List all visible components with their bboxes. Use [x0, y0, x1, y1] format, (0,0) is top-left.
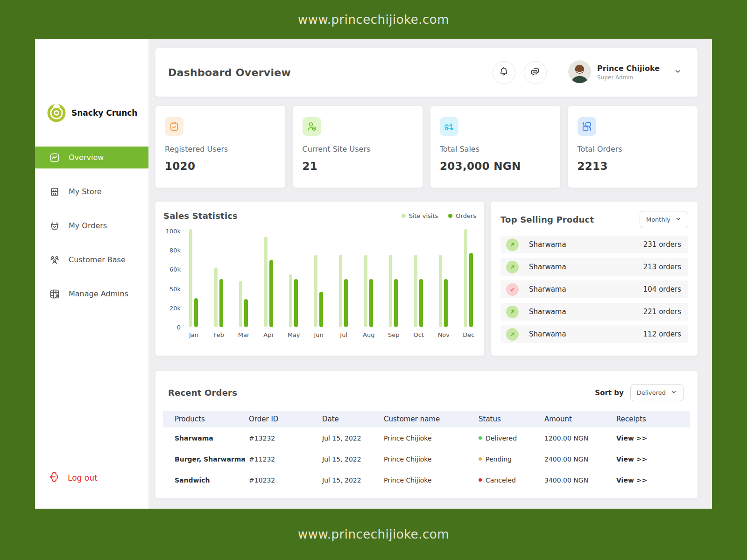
order-count: 104 orders: [643, 285, 681, 294]
orders-bar: [219, 279, 223, 327]
view-receipt-link[interactable]: View >>: [616, 455, 690, 463]
orders-legend-label: Orders: [456, 212, 476, 219]
order-boxes-icon: [578, 117, 596, 136]
view-receipt-link[interactable]: View >>: [616, 434, 690, 442]
stat-card-total-sales: Total Sales203,000 NGN: [430, 106, 560, 188]
sidebar-item-customer-base[interactable]: Customer Base: [35, 249, 148, 271]
sales-statistics-title: Sales Statistics: [163, 211, 238, 221]
cell-status: Delivered: [479, 434, 544, 442]
sort-select[interactable]: Delivered: [630, 384, 684, 401]
column-header-status: Status: [479, 415, 544, 423]
bar-group-dec: Dec: [464, 231, 473, 338]
cell-amount: 1200.00 NGN: [544, 434, 616, 442]
top-selling-item: Sharwama213 orders: [500, 258, 688, 276]
sidebar-item-label: Overview: [69, 153, 104, 162]
y-tick-label: 80k: [169, 247, 181, 254]
y-tick-label: 50k: [169, 285, 181, 292]
site-visits-bar: [414, 255, 417, 327]
orders-bar: [319, 292, 323, 327]
cell-date: Jul 15, 2022: [322, 476, 384, 484]
sidebar-item-my-orders[interactable]: My Orders: [35, 215, 148, 237]
sidebar-item-label: Manage Admins: [69, 289, 128, 298]
stat-label: Registered Users: [165, 145, 276, 154]
page-title: Dashboard Overview: [168, 67, 291, 78]
status-dot: [479, 436, 482, 440]
status-label: Canceled: [486, 476, 516, 484]
bar-group-feb: Feb: [214, 231, 224, 338]
site-visits-bar: [264, 237, 268, 327]
cell-date: Jul 15, 2022: [322, 434, 384, 442]
snacky-crunch-logo-icon: [45, 101, 68, 125]
status-dot: [479, 478, 482, 482]
period-select[interactable]: Monthly: [640, 211, 688, 228]
site-visits-bar: [439, 255, 442, 327]
y-tick-label: 20k: [169, 304, 181, 311]
x-tick-label: Jul: [336, 331, 352, 338]
view-receipt-link[interactable]: View >>: [616, 476, 690, 484]
sidebar-item-overview[interactable]: Overview: [35, 147, 148, 168]
sidebar-item-label: My Store: [69, 187, 102, 196]
product-name: Sharwama: [529, 240, 566, 249]
sidebar-item-manage-admins[interactable]: Manage Admins: [35, 283, 148, 305]
messages-button[interactable]: [524, 61, 547, 84]
trend-up-icon: [506, 261, 519, 273]
stat-value: 2213: [578, 160, 689, 172]
bar-group-apr: Apr: [264, 231, 274, 338]
logout-label: Log out: [68, 473, 98, 483]
logout-button[interactable]: Log out: [49, 471, 98, 484]
site-visits-bar: [189, 229, 192, 327]
user-name: Prince Chijioke: [597, 64, 660, 73]
status-label: Delivered: [486, 434, 517, 442]
orders-table-body: Sharwama#13232Jul 15, 2022Prince Chijiok…: [163, 427, 690, 490]
sidebar: Snacky Crunch OverviewMy StoreMy OrdersC…: [35, 39, 148, 509]
stat-value: 203,000 NGN: [440, 160, 551, 172]
order-count: 231 orders: [643, 240, 681, 249]
logout-icon: [49, 471, 60, 484]
cell-amount: 2400.00 NGN: [544, 455, 616, 463]
header-bar: Dashboard Overview: [155, 48, 698, 97]
x-tick-label: Oct: [411, 331, 427, 338]
period-select-value: Monthly: [646, 216, 670, 223]
stat-label: Total Orders: [578, 145, 689, 154]
overview-icon: [49, 152, 60, 163]
store-icon: [49, 186, 60, 197]
notifications-button[interactable]: [493, 61, 515, 84]
product-name: Sharwama: [529, 330, 566, 338]
site-visits-bar: [339, 255, 342, 327]
brand-name: Snacky Crunch: [71, 108, 137, 118]
recent-orders-panel: Recent Orders Sort by Delivered Products…: [155, 371, 698, 498]
cell-order-id: #13232: [249, 434, 322, 442]
stat-card-total-orders: Total Orders2213: [568, 106, 698, 188]
bottom-url-banner: www.princechijioke.com: [0, 509, 747, 560]
orders-legend-dot: [448, 214, 452, 218]
top-selling-list: Sharwama231 ordersSharwama213 ordersShar…: [500, 236, 688, 343]
sidebar-item-my-store[interactable]: My Store: [35, 181, 148, 203]
bar-group-nov: Nov: [439, 231, 448, 338]
x-tick-label: May: [286, 331, 302, 338]
delivery-scooter-icon: [440, 117, 458, 136]
bell-icon: [499, 66, 509, 78]
table-row: Sharwama#13232Jul 15, 2022Prince Chijiok…: [163, 427, 690, 448]
status-label: Pending: [486, 455, 512, 463]
bar-group-jan: Jan: [189, 231, 198, 338]
site-url: www.princechijioke.com: [298, 13, 449, 27]
chart-legend: Site visits Orders: [402, 212, 476, 219]
x-tick-label: Apr: [261, 331, 277, 338]
order-count: 112 orders: [643, 330, 681, 338]
cell-amount: 3400.00 NGN: [544, 476, 616, 484]
top-selling-item: Sharwama231 orders: [500, 236, 688, 253]
x-tick-label: Nov: [436, 331, 451, 338]
sort-by-label: Sort by: [595, 389, 623, 397]
basket-icon: [49, 220, 60, 231]
main-content: Dashboard Overview: [148, 39, 712, 509]
y-tick-label: 100k: [166, 228, 181, 235]
stat-card-current-site-users: Current Site Users21: [293, 106, 423, 188]
site-visits-legend-label: Site visits: [409, 212, 438, 219]
stat-value: 21: [303, 160, 414, 172]
column-header-amount: Amount: [544, 415, 616, 423]
column-header-date: Date: [322, 415, 384, 423]
admins-icon: [49, 288, 60, 300]
column-header-customer-name: Customer name: [384, 415, 479, 423]
profile-menu[interactable]: Prince Chijioke Super Admin: [568, 60, 682, 85]
user-role: Super Admin: [597, 74, 660, 81]
